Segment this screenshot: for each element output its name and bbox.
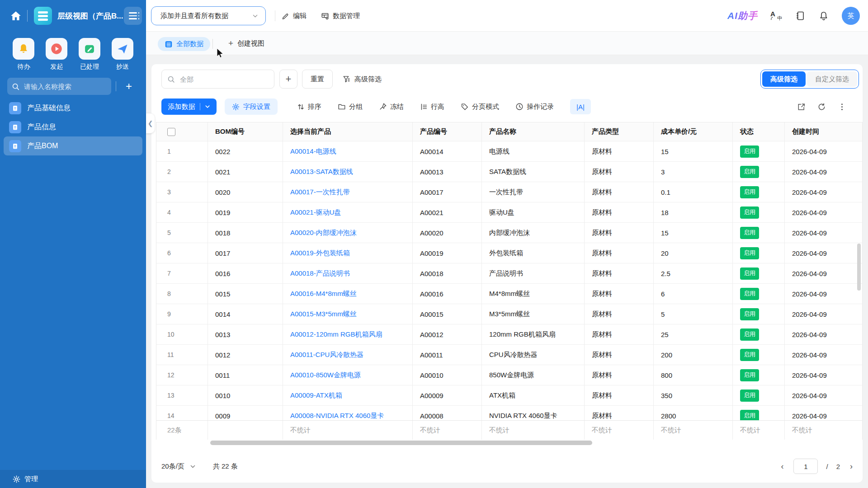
translate-icon[interactable]: A中 [770, 10, 782, 22]
product-link[interactable]: A00010-850W金牌电源 [283, 365, 413, 385]
freeze-button[interactable]: 冻结 [379, 103, 404, 111]
table-row[interactable]: 120011A00010-850W金牌电源A00010850W金牌电源原材料80… [156, 365, 862, 385]
product-link[interactable]: A00012-120mm RGB机箱风扇 [283, 324, 413, 345]
group-button[interactable]: 分组 [338, 103, 363, 111]
sidebar-header: 层级视图（产品B... [0, 0, 146, 32]
export-icon[interactable] [797, 103, 806, 111]
table-row[interactable]: 100013A00012-120mm RGB机箱风扇A00012120mm RG… [156, 324, 862, 345]
product-link[interactable]: A00020-内部缓冲泡沫 [283, 223, 413, 243]
status-badge: 启用 [740, 206, 759, 219]
manage-button[interactable]: 管理 [0, 470, 146, 488]
create-view-label: 创建视图 [237, 39, 264, 48]
sort-button[interactable]: 排序 [297, 103, 321, 111]
product-link[interactable]: A00013-SATA数据线 [283, 162, 413, 182]
add-form-button[interactable]: + [120, 78, 137, 95]
column-header-0[interactable]: BOM编号 [208, 122, 283, 141]
column-header-7[interactable]: 创建时间 [785, 122, 862, 141]
app-processed[interactable]: 已处理 [77, 38, 102, 71]
bell-icon[interactable] [818, 10, 829, 21]
cell-product-name: 一次性扎带 [482, 182, 585, 202]
add-data-button[interactable]: 添加数据 [161, 99, 217, 115]
product-link[interactable]: A00018-产品说明书 [283, 263, 413, 284]
history-button[interactable]: 操作记录 [515, 103, 554, 111]
column-header-3[interactable]: 产品名称 [482, 122, 585, 141]
column-header-2[interactable]: 产品编号 [413, 122, 482, 141]
table-row[interactable]: 80015A00016-M4*8mm螺丝A00016M4*8mm螺丝原材料6启用… [156, 284, 862, 304]
product-link[interactable]: A00016-M4*8mm螺丝 [283, 284, 413, 304]
product-link[interactable]: A00015-M3*5mm螺丝 [283, 304, 413, 324]
edit-button[interactable]: 编辑 [282, 0, 307, 32]
divider [275, 10, 275, 21]
table-row[interactable]: 110012A00011-CPU风冷散热器A00011CPU风冷散热器原材料20… [156, 345, 862, 365]
home-icon[interactable] [9, 9, 23, 23]
data-manage-button[interactable]: 数据管理 [321, 0, 360, 32]
sidebar-item-product-bom[interactable]: 产品BOM [4, 136, 142, 155]
table-row[interactable]: 60017A00019-外包装纸箱A00019外包装纸箱原材料20启用2026-… [156, 243, 862, 263]
product-link[interactable]: A00009-ATX机箱 [283, 385, 413, 406]
next-page-icon[interactable]: › [848, 462, 854, 471]
search-icon [12, 83, 19, 90]
cell-product-type: 原材料 [585, 263, 654, 284]
table-row[interactable]: 10022A00014-电源线A00014电源线原材料15启用2026-04-0… [156, 141, 862, 162]
table-row[interactable]: 70016A00018-产品说明书A00018产品说明书原材料2.5启用2026… [156, 263, 862, 284]
sidebar-item-product-base-info[interactable]: 产品基础信息 [4, 99, 142, 117]
tab-all-data[interactable]: 全部数据 [158, 37, 210, 51]
more-icon[interactable] [838, 103, 846, 111]
page-mode-button[interactable]: 分页模式 [461, 103, 499, 111]
table-row[interactable]: 30020A00017-一次性扎带A00017一次性扎带原材料0.1启用2026… [156, 182, 862, 202]
sidebar-item-product-info[interactable]: 产品信息 [4, 117, 142, 136]
current-page-input[interactable]: 1 [793, 459, 818, 474]
table-search-box[interactable] [161, 70, 274, 89]
product-link[interactable]: A00021-驱动U盘 [283, 202, 413, 223]
refresh-icon[interactable] [817, 103, 826, 111]
vertical-scrollbar[interactable] [857, 244, 861, 291]
table-row[interactable]: 90014A00015-M3*5mm螺丝A00015M3*5mm螺丝原材料5启用… [156, 304, 862, 324]
product-link[interactable]: A00017-一次性扎带 [283, 182, 413, 202]
gear-icon [13, 475, 20, 483]
cell-product-type: 原材料 [585, 365, 654, 385]
table-row[interactable]: 20021A00013-SATA数据线A00013SATA数据线原材料3启用20… [156, 162, 862, 182]
create-view-button[interactable]: + 创建视图 [228, 32, 264, 55]
column-header-1[interactable]: 选择当前产品 [283, 122, 413, 141]
table-row[interactable]: 130010A00009-ATX机箱A00009ATX机箱原材料350启用202… [156, 385, 862, 406]
cell-unit-cost: 20 [654, 243, 733, 263]
advanced-filter-button[interactable]: 高级筛选 [343, 70, 382, 89]
sidebar-search[interactable] [7, 78, 111, 95]
add-filter-button[interactable]: + [279, 70, 297, 89]
toggle-advanced-filter[interactable]: 高级筛选 [762, 71, 806, 87]
cell-product-code: A00009 [413, 385, 482, 406]
cell-product-code: A00016 [413, 284, 482, 304]
table-row[interactable]: 50018A00020-内部缓冲泡沫A00020内部缓冲泡沫原材料15启用202… [156, 223, 862, 243]
cell-product-code: A00018 [413, 263, 482, 284]
app-label: 已处理 [80, 63, 99, 71]
field-settings-button[interactable]: 字段设置 [225, 99, 278, 115]
column-header-6[interactable]: 状态 [733, 122, 785, 141]
sidebar-collapse-handle[interactable]: ❮ [146, 113, 155, 133]
filter-row: + 重置 高级筛选 高级筛选 自定义筛选 [151, 70, 863, 89]
page-size-value[interactable]: 20条/页 [161, 462, 184, 471]
avatar[interactable]: 英 [842, 7, 860, 25]
product-link[interactable]: A00014-电源线 [283, 141, 413, 162]
ai-field-button[interactable]: |A| [570, 99, 591, 114]
select-all-checkbox[interactable] [167, 128, 175, 136]
horizontal-scrollbar[interactable] [210, 441, 592, 445]
reset-button[interactable]: 重置 [302, 70, 333, 89]
prev-page-icon[interactable]: ‹ [779, 462, 785, 471]
column-header-4[interactable]: 产品类型 [585, 122, 654, 141]
column-header-5[interactable]: 成本单价/元 [654, 122, 733, 141]
product-link[interactable]: A00019-外包装纸箱 [283, 243, 413, 263]
row-height-button[interactable]: 行高 [420, 103, 444, 111]
menu-icon[interactable] [124, 7, 142, 25]
cell-bom-code: 0019 [208, 202, 283, 223]
app-todo[interactable]: 待办 [11, 38, 36, 71]
toggle-custom-filter[interactable]: 自定义筛选 [807, 71, 857, 87]
sidebar-search-input[interactable] [23, 82, 100, 91]
ai-assistant-button[interactable]: AI助手 [727, 9, 758, 22]
submit-action-dropdown[interactable]: 添加并且查看所有数据 [151, 6, 266, 25]
table-row[interactable]: 40019A00021-驱动U盘A00021驱动U盘原材料18启用2026-04… [156, 202, 862, 223]
product-link[interactable]: A00011-CPU风冷散热器 [283, 345, 413, 365]
table-search-input[interactable] [179, 75, 265, 84]
app-initiate[interactable]: 发起 [44, 38, 69, 71]
app-cc[interactable]: 抄送 [110, 38, 135, 71]
notebook-icon[interactable] [795, 10, 806, 21]
